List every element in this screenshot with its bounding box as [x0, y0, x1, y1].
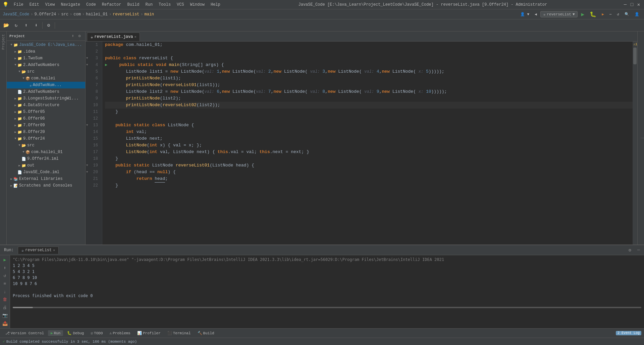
menu-build[interactable]: Build [124, 2, 142, 8]
directory-icon[interactable]: 📂 [1, 21, 11, 30]
fold-arrow-19[interactable]: ▼ [86, 162, 88, 169]
tree-item-offer20[interactable]: ▶ 📁 8.Offer20 [7, 129, 85, 135]
tree-item-offer24[interactable]: ▼ 📁 9.Offer24 [7, 135, 85, 142]
status-tab-problems[interactable]: ⚠ Problems [107, 330, 133, 336]
sync-icon[interactable]: ↻ [11, 21, 21, 30]
collapse-icon[interactable]: ⬆ [21, 21, 31, 30]
run-tab-close-icon[interactable]: ✕ [53, 248, 55, 252]
tree-item-addtwo-iml[interactable]: 📄 2.AddTwoNumbers [7, 88, 85, 95]
run-button[interactable]: ▶ [579, 10, 586, 18]
run-gutter-icon[interactable]: ▶ [105, 62, 107, 68]
fold-arrow-13[interactable]: ▼ [86, 122, 88, 129]
status-tab-terminal[interactable]: ⬛ Terminal [165, 330, 194, 336]
editor-tab-reverselist[interactable]: ☕ reverseList.java ✕ [87, 32, 140, 41]
breadcrumb-item-1[interactable]: 9.Offer24 [34, 12, 56, 17]
editor-content: 1 2 ▼3 ▼4 5 6 7 8 9 10 11 12 ▼13 14 [86, 42, 637, 245]
tree-item-pkg2[interactable]: ▼ 📦 com.hailei_01 [7, 149, 85, 155]
debug-button[interactable]: 🐛 [588, 10, 598, 18]
run-clear-icon[interactable]: 🗑 [1, 296, 9, 303]
tree-item-src2[interactable]: ▼ 📂 src [7, 142, 85, 149]
tree-item-main-iml[interactable]: 📄 JavaSE_Code.iml [7, 169, 85, 176]
menu-refactor[interactable]: Refactor [99, 2, 124, 8]
scrollbar-thumb[interactable] [633, 48, 637, 64]
tree-item-offer06[interactable]: ▶ 📁 6.Offer06 [7, 115, 85, 122]
tree-item-datastruct[interactable]: ▶ 📁 4.DataStructure [7, 102, 85, 109]
tree-item-offer09[interactable]: ▶ 📁 7.Offer09 [7, 122, 85, 129]
breadcrumb-item-0[interactable]: JavaSE_Code [3, 12, 29, 17]
tree-item-out[interactable]: ▶ 📁 out [7, 162, 85, 169]
run-stop-button[interactable]: ⬆ [1, 265, 9, 271]
panel-settings-icon[interactable]: ⚙ [626, 246, 634, 254]
coverage-button[interactable]: ▶ [600, 11, 606, 17]
tree-item-ext-libs[interactable]: ▶ 📚 External Libraries [7, 176, 85, 182]
tree-item-longest[interactable]: ▶ 📁 3.LongestSubstringWi... [7, 95, 85, 102]
project-tab[interactable]: Project [1, 31, 6, 52]
menu-view[interactable]: View [43, 2, 58, 8]
tree-item-offer05[interactable]: ▶ 📁 5.Offer05 [7, 109, 85, 115]
run-filter-icon[interactable]: ≡ [1, 280, 9, 287]
back-icon[interactable]: ◀ [533, 11, 539, 17]
tree-arrow-idea: ▶ [13, 50, 17, 54]
status-tab-profiler[interactable]: 📊 Profiler [135, 330, 163, 336]
menu-file[interactable]: File [11, 2, 26, 8]
event-log-badge[interactable]: 2 Event Log [616, 331, 641, 335]
tree-collapse-all[interactable]: ⬆ [70, 33, 76, 39]
tree-item-addtwo[interactable]: ▼ 📁 2.AddTwoNumbers [7, 62, 85, 68]
fold-arrow-20[interactable]: ▼ [86, 169, 88, 176]
menu-vcs[interactable]: VCS [174, 2, 187, 8]
tree-item-idea[interactable]: ▶ 📁 .idea [7, 48, 85, 55]
menu-navigate[interactable]: Navigate [58, 2, 83, 8]
fold-arrow-3[interactable]: ▼ [86, 55, 88, 62]
tree-item-src1[interactable]: ▼ 📂 src [7, 68, 85, 75]
tree-item-pkg1[interactable]: ▼ 📦 com.hailei [7, 75, 85, 82]
breadcrumb-item-3[interactable]: com [73, 12, 81, 17]
code-line-11: } [105, 109, 633, 115]
code-editor[interactable]: package com.hailei_01; public class reve… [102, 42, 633, 245]
maximize-button[interactable]: □ [629, 2, 635, 7]
breadcrumb-item-2[interactable]: src [61, 12, 68, 17]
status-tab-vcs[interactable]: ⎇ Version Control [3, 330, 47, 336]
menu-tools[interactable]: Tools [156, 2, 173, 8]
status-tab-todo[interactable]: ☑ TODO [88, 330, 105, 336]
account-icon[interactable]: 👤 ▼ [518, 11, 531, 17]
run-open-icon[interactable]: 📤 [1, 320, 9, 327]
menu-help[interactable]: Help [208, 2, 223, 8]
tree-item-offer24-iml[interactable]: 📄 9.Offer24.iml [7, 155, 85, 162]
tab-close-icon[interactable]: ✕ [134, 35, 136, 39]
minimize-button[interactable]: ─ [623, 2, 628, 7]
breadcrumb-sep-3: › [82, 12, 85, 17]
status-tab-run[interactable]: ▶ Run [48, 330, 63, 336]
run-camera-icon[interactable]: 📷 [1, 312, 9, 319]
tree-settings[interactable]: ⚙ [76, 33, 83, 39]
tree-item-twosum[interactable]: ▶ 📁 1.TwoSum [7, 55, 85, 62]
rerun-button[interactable]: ▶ [1, 257, 9, 263]
menu-edit[interactable]: Edit [27, 2, 42, 8]
status-tab-debug[interactable]: 🐛 Debug [64, 330, 87, 336]
run-print-icon[interactable]: 🖨 [1, 304, 9, 311]
breadcrumb-item-5[interactable]: reverseList [113, 12, 139, 17]
menu-code[interactable]: Code [84, 2, 99, 8]
title-bar: 💡 File Edit View Navigate Code Refactor … [0, 0, 644, 9]
run-tab-active[interactable]: ☕ reverseList ✕ [18, 247, 59, 254]
tree-item-root[interactable]: ▼ 📁 JavaSE_Code E:\Java_Lea... [7, 42, 85, 48]
run-scroll-icon[interactable]: ↓ [1, 288, 9, 295]
tree-item-addtwonum[interactable]: ☕ AddTwoNum... [7, 82, 85, 88]
run-configuration[interactable]: ☕ reverseList ▼ [540, 11, 578, 17]
breadcrumb-item-4[interactable]: hailei_01 [86, 12, 108, 17]
expand-icon[interactable]: ⬇ [32, 21, 41, 30]
search-everywhere-icon[interactable]: 🔍 [623, 11, 631, 17]
menu-run[interactable]: Run [143, 2, 155, 8]
run-rerun-button[interactable]: ↺ [1, 273, 9, 279]
fold-arrow-4[interactable]: ▼ [86, 62, 88, 68]
status-tab-build[interactable]: 🔨 Build [195, 330, 217, 336]
breadcrumb-item-6[interactable]: main [145, 12, 154, 17]
close-button[interactable]: ✕ [636, 2, 641, 7]
h-scrollbar-thumb[interactable] [13, 307, 33, 308]
user-icon[interactable]: 👤 [633, 11, 641, 17]
more-run-options[interactable]: ⋯ [607, 11, 614, 17]
tree-item-scratches[interactable]: ▶ 📝 Scratches and Consoles [7, 182, 85, 189]
update-icon[interactable]: ↺ [615, 11, 621, 17]
panel-minimize-icon[interactable]: ─ [635, 246, 643, 254]
menu-window[interactable]: Window [187, 2, 207, 8]
settings-icon[interactable]: ⚙ [44, 21, 53, 30]
